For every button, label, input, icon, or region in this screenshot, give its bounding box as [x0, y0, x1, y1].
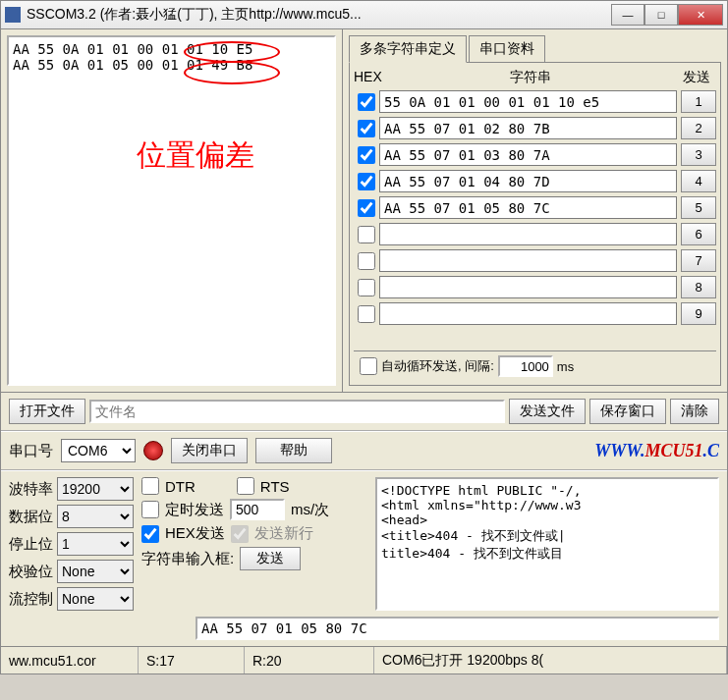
send-row-button[interactable]: 9: [681, 302, 716, 325]
string-row: 5: [354, 194, 716, 221]
hex-checkbox[interactable]: [358, 120, 375, 137]
send-row-button[interactable]: 4: [681, 170, 716, 192]
timed-unit-label: ms/次: [291, 501, 329, 519]
databits-label: 数据位: [9, 508, 53, 526]
maximize-button[interactable]: □: [644, 4, 678, 26]
timed-value-input[interactable]: [230, 499, 285, 520]
flow-label: 流控制: [9, 590, 53, 609]
status-url: ww.mcu51.cor: [1, 647, 139, 673]
close-button[interactable]: ✕: [678, 4, 723, 26]
titlebar: SSCOM3.2 (作者:聂小猛(丁丁), 主页http://www.mcu5.…: [0, 0, 728, 29]
send-row-button[interactable]: 5: [681, 196, 716, 219]
hex-checkbox[interactable]: [358, 226, 375, 243]
string-row: 8: [354, 274, 716, 300]
hex-checkbox[interactable]: [358, 305, 375, 323]
string-row: 1: [354, 88, 716, 115]
string-input[interactable]: [379, 117, 677, 139]
baud-select[interactable]: 19200: [57, 477, 134, 501]
statusbar: ww.mcu51.cor S:17 R:20 COM6已打开 19200bps …: [0, 647, 728, 674]
baud-label: 波特率: [9, 480, 53, 499]
tab-multi-string[interactable]: 多条字符串定义: [349, 35, 467, 63]
dtr-checkbox[interactable]: [141, 477, 159, 495]
port-label: 串口号: [9, 442, 53, 460]
string-row: 2: [354, 115, 716, 141]
hex-checkbox[interactable]: [358, 199, 375, 217]
stopbits-label: 停止位: [9, 535, 53, 554]
string-row: 3: [354, 141, 716, 168]
string-row: 7: [354, 247, 716, 274]
send-row-button[interactable]: 3: [681, 143, 716, 166]
stopbits-select[interactable]: 1: [57, 532, 134, 556]
status-state: COM6已打开 19200bps 8(: [374, 647, 727, 673]
send-string-input[interactable]: [196, 617, 719, 640]
string-row: 9: [354, 300, 716, 327]
clear-button[interactable]: 清除: [670, 399, 719, 424]
string-input[interactable]: [379, 143, 677, 166]
hex-checkbox[interactable]: [358, 279, 375, 296]
hex-send-label: HEX发送: [165, 524, 225, 543]
auto-loop-label: 自动循环发送, 间隔:: [381, 357, 494, 375]
input-label: 字符串输入框:: [141, 550, 234, 568]
help-button[interactable]: 帮助: [255, 438, 332, 463]
send-row-button[interactable]: 6: [681, 223, 716, 245]
hex-send-checkbox[interactable]: [141, 525, 159, 543]
string-input[interactable]: [379, 196, 677, 219]
hex-checkbox[interactable]: [358, 252, 375, 270]
hex-checkbox[interactable]: [358, 146, 375, 164]
status-received: R:20: [245, 647, 374, 673]
tab-serial-info[interactable]: 串口资料: [469, 35, 545, 63]
hex-checkbox[interactable]: [358, 173, 375, 190]
timed-send-checkbox[interactable]: [141, 501, 159, 518]
app-icon: [5, 7, 21, 23]
html-preview[interactable]: <!DOCTYPE html PUBLIC "-/, <html xmlns="…: [375, 477, 719, 611]
timed-send-label: 定时发送: [165, 501, 224, 519]
interval-input[interactable]: [498, 355, 553, 377]
string-input[interactable]: [379, 170, 677, 192]
dtr-label: DTR: [165, 478, 196, 495]
record-icon[interactable]: [143, 441, 163, 460]
column-headers: HEX 字符串 发送: [354, 67, 716, 88]
parity-label: 校验位: [9, 563, 53, 581]
string-row: 4: [354, 168, 716, 194]
port-select[interactable]: COM6: [61, 439, 136, 462]
rts-checkbox[interactable]: [237, 477, 254, 495]
hex-checkbox[interactable]: [358, 93, 375, 111]
receive-panel: AA 55 0A 01 01 00 01 01 10 E5 AA 55 0A 0…: [1, 29, 343, 392]
close-port-button[interactable]: 关闭串口: [171, 438, 248, 463]
send-file-button[interactable]: 发送文件: [509, 399, 586, 424]
save-window-button[interactable]: 保存窗口: [589, 399, 666, 424]
status-sent: S:17: [139, 647, 245, 673]
send-row-button[interactable]: 1: [681, 90, 716, 113]
send-newline-label: 发送新行: [254, 524, 313, 543]
string-row: 6: [354, 221, 716, 247]
parity-select[interactable]: None: [57, 560, 134, 583]
string-input[interactable]: [379, 302, 677, 325]
minimize-button[interactable]: —: [611, 4, 644, 26]
databits-select[interactable]: 8: [57, 505, 134, 528]
window-title: SSCOM3.2 (作者:聂小猛(丁丁), 主页http://www.mcu5.…: [27, 6, 611, 24]
send-row-button[interactable]: 2: [681, 117, 716, 139]
send-newline-checkbox: [231, 525, 249, 543]
string-input[interactable]: [379, 90, 677, 113]
string-input[interactable]: [379, 276, 677, 298]
rts-label: RTS: [260, 478, 290, 495]
send-row-button[interactable]: 8: [681, 276, 716, 298]
open-file-button[interactable]: 打开文件: [9, 399, 85, 424]
string-input[interactable]: [379, 223, 677, 245]
auto-loop-checkbox[interactable]: [360, 357, 377, 375]
send-button[interactable]: 发送: [240, 547, 301, 570]
website-link[interactable]: WWW.MCU51.C: [594, 441, 719, 461]
flow-select[interactable]: None: [57, 587, 134, 611]
multi-string-panel: 多条字符串定义 串口资料 HEX 字符串 发送 123456789 自动循环发送…: [343, 29, 727, 392]
string-input[interactable]: [379, 249, 677, 272]
receive-text[interactable]: AA 55 0A 01 01 00 01 01 10 E5 AA 55 0A 0…: [7, 35, 336, 386]
send-row-button[interactable]: 7: [681, 249, 716, 272]
ms-label: ms: [557, 359, 574, 374]
filename-input[interactable]: [89, 400, 505, 423]
